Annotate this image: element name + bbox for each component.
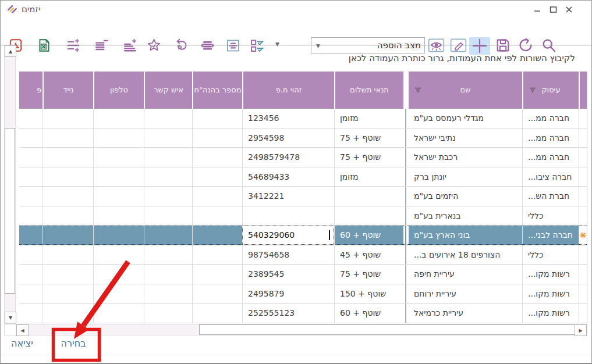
data-grid: עיסוק שם תנאי תשלום זהוי ח.פ מספר בהנה"ח… — [19, 72, 587, 323]
table-row[interactable]: כללי בנארית בע"מ — [19, 206, 587, 226]
choose-button[interactable]: בחירה — [55, 338, 91, 349]
app-window: יזמים — [0, 0, 592, 364]
filter-icon[interactable] — [529, 87, 536, 93]
record-marker-icon — [580, 232, 586, 238]
title-bar: יזמים — [1, 1, 591, 18]
row-indicator-header — [579, 72, 587, 109]
scrollbar-corner — [5, 324, 16, 335]
horizontal-scrollbar-thumb[interactable] — [199, 324, 575, 335]
vertical-scrollbar[interactable]: ▲ ▼ — [4, 45, 16, 324]
column-header-payment-terms[interactable]: תנאי תשלום — [334, 72, 403, 109]
column-header-cut[interactable]: פ — [19, 72, 42, 109]
close-button[interactable] — [565, 5, 573, 13]
table-row[interactable]: כללי הצורפים 18 אירועים ב... שוטף + 45 9… — [19, 245, 587, 265]
selected-row-marker — [579, 226, 587, 245]
table-row[interactable]: חברה ממ... מגדלי רעמסס בע"מ מזומן 123456 — [19, 109, 587, 129]
app-logo-icon — [6, 3, 18, 15]
exit-button[interactable]: יציאה — [6, 338, 38, 349]
active-edit-cell[interactable]: 540329060 — [242, 226, 334, 245]
table-row[interactable]: חברה ממ... נתיבי ישראל שוטף + 75 2954598 — [19, 129, 587, 148]
table-row[interactable]: רשות מקו... עיריית כרמיאל שוטף + 60 2525… — [19, 304, 587, 323]
table-row[interactable]: חברה ציבו... יונתן ברק מזומן 54689433 — [19, 167, 587, 187]
scroll-left-button[interactable]: ◀ — [16, 324, 29, 336]
column-header-name[interactable]: שם — [409, 72, 522, 109]
grid-header-row: עיסוק שם תנאי תשלום זהוי ח.פ מספר בהנה"ח… — [19, 72, 587, 109]
table-row[interactable]: חברת הש... היזמים בע"מ 3412221 — [19, 187, 587, 206]
minimize-icon — [534, 6, 541, 13]
column-header-bookkeeping-number[interactable]: מספר בהנה"ח — [192, 72, 242, 109]
table-row[interactable]: חברה ממ... רכבת ישראל שוטף + 75 24985794… — [19, 148, 587, 167]
footer-divider — [1, 355, 591, 355]
table-row-selected[interactable]: חברה לבני... בוני הארץ בע"מ שוטף + 60 54… — [19, 226, 587, 245]
maximize-icon — [550, 6, 557, 13]
grid-body: חברה ממ... מגדלי רעמסס בע"מ מזומן 123456… — [19, 109, 587, 323]
toolbar: ▼ מצב הוספה ▼ — [1, 18, 591, 45]
scroll-up-button[interactable]: ▲ — [5, 45, 16, 57]
column-header-tax-id[interactable]: זהוי ח.פ — [242, 72, 334, 109]
table-row[interactable]: רשות מקו... עיריית חיפה שוטף + 75 238954… — [19, 265, 587, 284]
horizontal-scrollbar[interactable]: ◀ ▶ — [4, 324, 587, 336]
column-header-phone[interactable]: טלפון — [93, 72, 144, 109]
maximize-button[interactable] — [549, 5, 557, 13]
minimize-button[interactable] — [533, 5, 541, 13]
frozen-column-divider — [403, 72, 409, 109]
column-header-occupation[interactable]: עיסוק — [522, 72, 579, 109]
filter-icon[interactable] — [414, 87, 421, 93]
scroll-down-button[interactable]: ▼ — [5, 312, 16, 323]
column-header-contact-person[interactable]: איש קשר — [144, 72, 192, 109]
close-icon — [565, 6, 573, 13]
scroll-right-button[interactable]: ▶ — [575, 324, 587, 336]
window-title: יזמים — [22, 1, 40, 18]
column-header-mobile[interactable]: נייד — [42, 72, 93, 109]
table-row[interactable]: רשות מקו... עיריית ירוחם שוטף + 150 2495… — [19, 284, 587, 304]
vertical-scrollbar-thumb[interactable] — [5, 128, 15, 294]
group-by-hint: לקיבוץ השורות לפי אחת העמודות, גרור כותר… — [1, 45, 591, 72]
window-controls — [533, 5, 573, 13]
